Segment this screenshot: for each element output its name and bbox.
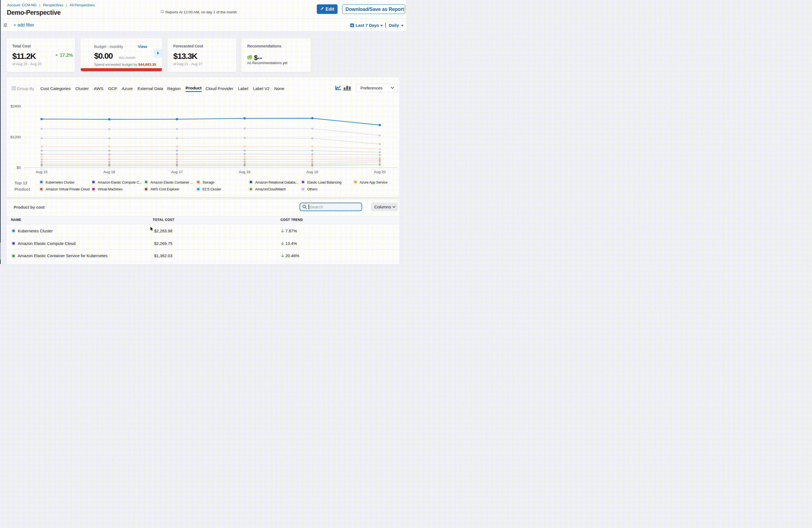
svg-text:Aug 19: Aug 19	[306, 170, 318, 174]
svg-text:Aug 15: Aug 15	[36, 170, 47, 174]
svg-text:$1200: $1200	[10, 135, 21, 139]
svg-text:$2400: $2400	[10, 104, 21, 108]
svg-text:$0: $0	[17, 165, 21, 170]
svg-text:Aug 18: Aug 18	[239, 170, 250, 174]
svg-text:Aug 20: Aug 20	[374, 170, 386, 174]
svg-text:Aug 17: Aug 17	[171, 170, 183, 174]
svg-text:Aug 16: Aug 16	[103, 170, 115, 174]
